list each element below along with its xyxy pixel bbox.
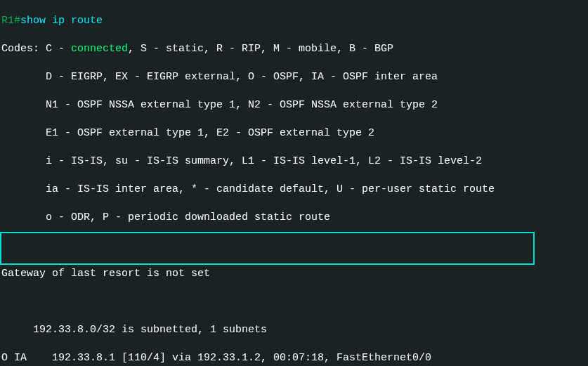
route-line: O IA 192.33.8.1 [110/4] via 192.33.1.2, … — [1, 351, 587, 365]
command-line: R1#show ip route — [1, 14, 587, 28]
prompt: R1# — [1, 15, 20, 27]
command: show ip route — [20, 15, 103, 27]
codes-line-6: ia - IS-IS inter area, * - candidate def… — [1, 183, 587, 197]
terminal-output: R1#show ip route Codes: C - connected, S… — [0, 0, 588, 366]
codes-line-1: Codes: C - connected, S - static, R - RI… — [1, 42, 587, 56]
codes-line-2: D - EIGRP, EX - EIGRP external, O - OSPF… — [1, 70, 587, 84]
blank-line — [1, 295, 587, 309]
codes-line-3: N1 - OSPF NSSA external type 1, N2 - OSP… — [1, 98, 587, 112]
codes-line-4: E1 - OSPF external type 1, E2 - OSPF ext… — [1, 126, 587, 140]
codes-line-5: i - IS-IS, su - IS-IS summary, L1 - IS-I… — [1, 155, 587, 169]
blank-line — [1, 239, 587, 253]
gateway-line: Gateway of last resort is not set — [1, 267, 587, 281]
route-line: 192.33.8.0/32 is subnetted, 1 subnets — [1, 323, 587, 337]
codes-line-7: o - ODR, P - periodic downloaded static … — [1, 211, 587, 225]
